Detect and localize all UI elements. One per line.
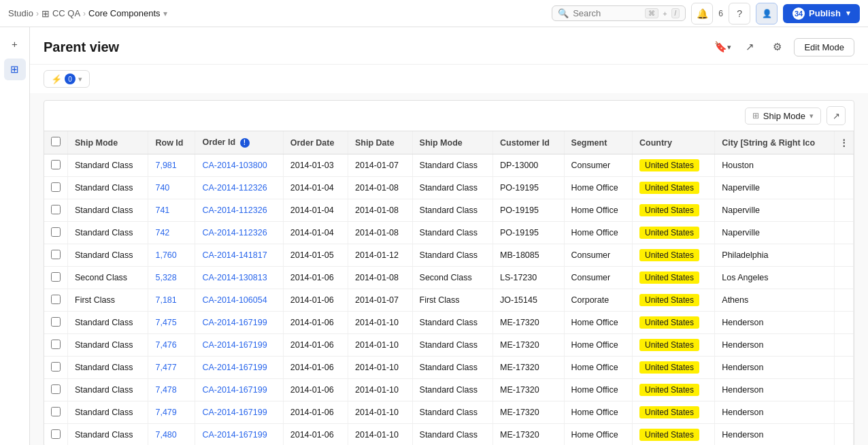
- add-button[interactable]: +: [4, 33, 26, 54]
- select-all-checkbox[interactable]: [51, 137, 61, 146]
- table-row: Standard Class 7,981 CA-2014-103800 2014…: [44, 154, 854, 177]
- row-checkbox-cell[interactable]: [44, 154, 68, 177]
- cell-order-id[interactable]: CA-2014-167199: [195, 357, 283, 379]
- cell-order-date: 2014-01-06: [283, 401, 348, 424]
- edit-mode-button[interactable]: Edit Mode: [794, 38, 854, 56]
- row-checkbox-cell[interactable]: [44, 357, 68, 379]
- cell-ship-date: 2014-01-10: [348, 379, 413, 401]
- publish-button[interactable]: 34 Publish ▾: [783, 4, 860, 23]
- cell-order-id[interactable]: CA-2014-103800: [195, 154, 283, 177]
- cell-ship-date: 2014-01-08: [348, 222, 413, 244]
- cell-ship-date: 2014-01-10: [348, 357, 413, 379]
- cell-row-id[interactable]: 7,477: [148, 357, 195, 379]
- export-button[interactable]: ↗: [827, 106, 846, 125]
- cell-row-id[interactable]: 7,981: [148, 154, 195, 177]
- cell-row-id[interactable]: 7,476: [148, 334, 195, 357]
- bookmark-button[interactable]: 🔖 ▾: [712, 37, 733, 57]
- row-checkbox[interactable]: [51, 182, 61, 192]
- cell-customer-id: MB-18085: [493, 244, 565, 267]
- cell-row-id[interactable]: 740: [148, 177, 195, 199]
- cell-more: [835, 154, 854, 177]
- cell-row-id[interactable]: 7,478: [148, 379, 195, 401]
- edit-mode-label: Edit Mode: [804, 42, 844, 52]
- row-checkbox-cell[interactable]: [44, 379, 68, 401]
- cell-order-id[interactable]: CA-2014-167199: [195, 312, 283, 334]
- notification-btn[interactable]: 🔔: [691, 3, 713, 24]
- row-checkbox-cell[interactable]: [44, 177, 68, 199]
- cell-order-date: 2014-01-06: [283, 289, 348, 312]
- cell-row-id[interactable]: 7,181: [148, 289, 195, 312]
- cell-order-date: 2014-01-04: [283, 177, 348, 199]
- search-box[interactable]: 🔍 ⌘ + /: [552, 5, 686, 21]
- row-checkbox-cell[interactable]: [44, 222, 68, 244]
- row-checkbox[interactable]: [51, 384, 61, 394]
- table-row: Second Class 5,328 CA-2014-130813 2014-0…: [44, 267, 854, 289]
- cell-row-id[interactable]: 1,760: [148, 244, 195, 267]
- settings-button[interactable]: ⚙: [767, 37, 787, 57]
- cc-qa-link[interactable]: CC QA: [52, 8, 80, 18]
- share-button[interactable]: ↗: [739, 37, 760, 57]
- row-checkbox-cell[interactable]: [44, 244, 68, 267]
- row-checkbox[interactable]: [51, 340, 61, 349]
- row-checkbox-cell[interactable]: [44, 424, 68, 446]
- row-checkbox[interactable]: [51, 227, 61, 237]
- group-by-dropdown[interactable]: ⊞ Ship Mode ▾: [745, 108, 821, 125]
- cell-customer-id: ME-17320: [493, 334, 565, 357]
- cell-row-id[interactable]: 7,480: [148, 424, 195, 446]
- cell-ship-mode2: Standard Class: [412, 177, 493, 199]
- row-checkbox[interactable]: [51, 362, 61, 372]
- row-checkbox[interactable]: [51, 429, 61, 439]
- cell-order-id[interactable]: CA-2014-167199: [195, 424, 283, 446]
- cell-ship-mode2: Standard Class: [412, 244, 493, 267]
- cell-order-id[interactable]: CA-2014-112326: [195, 177, 283, 199]
- cell-order-id[interactable]: CA-2014-130813: [195, 267, 283, 289]
- cell-row-id[interactable]: 741: [148, 199, 195, 222]
- search-input[interactable]: [573, 8, 641, 18]
- col-city: City [String & Right Ico: [715, 131, 835, 154]
- row-checkbox[interactable]: [51, 407, 61, 416]
- row-checkbox[interactable]: [51, 295, 61, 304]
- row-checkbox-cell[interactable]: [44, 401, 68, 424]
- row-checkbox-cell[interactable]: [44, 289, 68, 312]
- cell-order-id[interactable]: CA-2014-106054: [195, 289, 283, 312]
- col-ship-mode: Ship Mode: [68, 131, 148, 154]
- cell-order-id[interactable]: CA-2014-112326: [195, 222, 283, 244]
- cell-order-id[interactable]: CA-2014-167199: [195, 379, 283, 401]
- row-checkbox[interactable]: [51, 272, 61, 282]
- cc-qa-icon: ⊞: [41, 8, 50, 19]
- cell-more: [835, 357, 854, 379]
- cell-ship-mode2: Standard Class: [412, 401, 493, 424]
- order-id-sort-icon[interactable]: !: [240, 138, 250, 148]
- help-btn[interactable]: ?: [729, 3, 750, 24]
- studio-link[interactable]: Studio: [8, 8, 33, 18]
- cell-order-id[interactable]: CA-2014-167199: [195, 401, 283, 424]
- cell-ship-mode2: Standard Class: [412, 199, 493, 222]
- col-more-options[interactable]: ⋮: [835, 131, 854, 154]
- cell-more: [835, 379, 854, 401]
- cell-row-id[interactable]: 742: [148, 222, 195, 244]
- row-checkbox[interactable]: [51, 317, 61, 327]
- grid-view-button[interactable]: ⊞: [4, 59, 26, 80]
- cell-order-id[interactable]: CA-2014-167199: [195, 334, 283, 357]
- row-checkbox-cell[interactable]: [44, 267, 68, 289]
- row-checkbox[interactable]: [51, 205, 61, 214]
- cell-order-id[interactable]: CA-2014-112326: [195, 199, 283, 222]
- row-checkbox[interactable]: [51, 160, 61, 169]
- cell-row-id[interactable]: 5,328: [148, 267, 195, 289]
- filter-count: 0: [65, 73, 76, 84]
- row-checkbox[interactable]: [51, 250, 61, 259]
- cell-segment: Home Office: [564, 357, 632, 379]
- cell-order-id[interactable]: CA-2014-141817: [195, 244, 283, 267]
- breadcrumb-chevron-icon[interactable]: ▾: [163, 9, 167, 18]
- avatar-btn[interactable]: 👤: [756, 3, 778, 24]
- cell-row-id[interactable]: 7,475: [148, 312, 195, 334]
- row-checkbox-cell[interactable]: [44, 312, 68, 334]
- row-checkbox-cell[interactable]: [44, 334, 68, 357]
- cell-more: [835, 401, 854, 424]
- cell-row-id[interactable]: 7,479: [148, 401, 195, 424]
- select-all-header[interactable]: [44, 131, 68, 154]
- filter-button[interactable]: ⚡ 0 ▾: [44, 70, 90, 88]
- table-scroll[interactable]: Ship Mode Row Id Order Id ! Order Date S…: [44, 131, 854, 445]
- row-checkbox-cell[interactable]: [44, 199, 68, 222]
- table-row: Standard Class 7,477 CA-2014-167199 2014…: [44, 357, 854, 379]
